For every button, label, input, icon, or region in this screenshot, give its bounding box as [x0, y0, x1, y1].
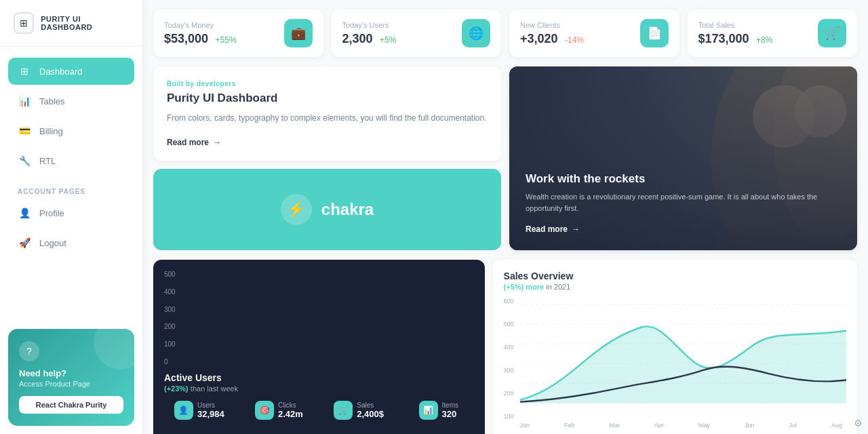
stat-icon-money: 💼 [284, 19, 313, 47]
billing-label: Billing [39, 126, 63, 136]
stat-value-clients: +3,020 [520, 32, 558, 45]
tables-icon: 📊 [18, 94, 31, 108]
promo-desc: From colors, cards, typography to comple… [167, 112, 488, 124]
rocket-title: Work with the rockets [526, 172, 841, 186]
rocket-content: Work with the rockets Wealth creation is… [526, 172, 841, 234]
gear-icon[interactable]: ⚙ [854, 418, 863, 429]
au-stat-label: Sales [357, 401, 384, 409]
sidebar-item-tables[interactable]: 📊 Tables [8, 87, 134, 115]
sales-subtitle: (+5%) more in 2021 [504, 283, 846, 291]
sales-highlight: (+5%) more [504, 283, 545, 291]
chakra-icon: ⚡ [281, 194, 312, 225]
stat-value-money: $53,000 [164, 32, 208, 45]
bottom-row: 500 400 300 200 100 0 Active Users (+23%… [153, 260, 857, 434]
au-stat-item: 👤 Users 32,984 [164, 401, 235, 426]
rocket-read-more[interactable]: Read more → [526, 224, 841, 234]
au-stat-item: 📊 Items 320 [403, 401, 474, 426]
sales-card: Sales Overview (+5%) more in 2021 600 50… [493, 260, 857, 434]
line-chart-svg [504, 298, 846, 416]
au-stat-value: 2.42m [278, 409, 303, 419]
au-stat-value: 320 [442, 409, 458, 419]
chakra-text: chakra [321, 200, 374, 219]
stat-change-money: +55% [216, 35, 237, 45]
active-users-title: Active Users [164, 372, 474, 383]
au-stat-label: Clicks [278, 401, 303, 409]
promo-title: Purity UI Dashboard [167, 92, 488, 105]
au-stat-item: 🎯 Clicks 2.42m [244, 401, 315, 426]
au-stat-label: Items [442, 401, 458, 409]
profile-icon: 👤 [18, 206, 31, 220]
read-more-link[interactable]: Read more → [167, 138, 488, 147]
sidebar-nav: ⊞ Dashboard 📊 Tables 💳 Billing 🔧 RTL ACC… [0, 47, 142, 321]
stat-change-sales: +8% [756, 35, 772, 45]
au-stat-label: Users [197, 401, 224, 409]
help-subtitle: Access Product Page [19, 380, 123, 388]
au-stat-value: 2,400$ [357, 409, 384, 419]
tables-label: Tables [39, 96, 65, 106]
profile-label: Profile [39, 208, 64, 218]
stat-icon-clients: 📄 [640, 19, 669, 47]
logout-icon: 🚀 [18, 236, 31, 250]
bar-chart-container: 500 400 300 200 100 0 [164, 271, 474, 366]
read-more-text: Read more [167, 138, 209, 147]
stat-card-clients: New Clients +3,020 -14% 📄 [509, 9, 679, 57]
stat-label-sales: Total Sales [698, 21, 773, 29]
sidebar-item-rtl[interactable]: 🔧 RTL [8, 147, 134, 174]
logo-icon: ⊞ [14, 12, 34, 34]
stat-change-users: +5% [380, 35, 396, 45]
sidebar-item-dashboard[interactable]: ⊞ Dashboard [8, 58, 134, 85]
stat-card-money: Today's Money $53,000 +55% 💼 [153, 9, 323, 57]
help-icon: ? [19, 341, 39, 361]
content-row: Built by developers Purity UI Dashboard … [153, 66, 857, 250]
help-card: ? Need help? Access Product Page React C… [8, 329, 134, 426]
arrow-right-icon: → [213, 138, 221, 147]
help-button[interactable]: React Chakra Purity [19, 396, 123, 414]
account-section-label: ACCOUNT PAGES [8, 180, 134, 199]
line-chart-y-labels: 600 500 400 300 200 100 [504, 298, 514, 420]
rocket-desc: Wealth creation is a revolutionary recen… [526, 191, 841, 214]
stat-icon-sales: 🛒 [818, 19, 846, 47]
rtl-label: RTL [39, 156, 56, 166]
au-stat-icon: 📊 [419, 401, 438, 420]
stat-value-sales: $173,000 [698, 32, 749, 45]
sidebar: ⊞ PURITY UI DASHBOARD ⊞ Dashboard 📊 Tabl… [0, 0, 142, 434]
rocket-arrow-icon: → [572, 224, 580, 234]
au-stat-item: 🛒 Sales 2,400$ [323, 401, 394, 426]
au-stat-icon: 🎯 [255, 401, 274, 420]
stat-card-users: Today's Users 2,300 +5% 🌐 [332, 9, 502, 57]
rtl-icon: 🔧 [18, 154, 31, 167]
bar-chart-y-labels: 500 400 300 200 100 0 [164, 271, 176, 366]
au-stat-icon: 🛒 [334, 401, 353, 420]
sidebar-logo: ⊞ PURITY UI DASHBOARD [0, 0, 142, 47]
chakra-banner: ⚡ chakra [153, 169, 501, 250]
active-users-card: 500 400 300 200 100 0 Active Users (+23%… [153, 260, 485, 434]
au-stat-icon: 👤 [174, 401, 193, 420]
promo-label: Built by developers [167, 80, 488, 87]
x-axis-labels: Jan Feb Mar Apr May Jun Jul Aug [504, 422, 846, 429]
sidebar-item-billing[interactable]: 💳 Billing [8, 117, 134, 144]
rocket-card: Work with the rockets Wealth creation is… [509, 66, 857, 250]
line-chart-container: 600 500 400 300 200 100 [504, 298, 846, 433]
left-col: Built by developers Purity UI Dashboard … [153, 66, 501, 250]
rocket-read-more-text: Read more [526, 224, 568, 234]
logout-label: Logout [39, 238, 66, 248]
logo-text: PURITY UI DASHBOARD [41, 15, 129, 31]
stat-label-users: Today's Users [342, 21, 397, 29]
stat-value-users: 2,300 [342, 32, 373, 45]
stat-icon-users: 🌐 [462, 19, 490, 47]
sidebar-item-logout[interactable]: 🚀 Logout [8, 229, 134, 256]
au-stat-value: 32,984 [197, 409, 224, 419]
sidebar-item-profile[interactable]: 👤 Profile [8, 199, 134, 226]
au-highlight: (+23%) [164, 384, 189, 393]
au-rest: than last week [191, 384, 238, 393]
dashboard-icon: ⊞ [18, 64, 31, 78]
stat-change-clients: -14% [565, 35, 584, 45]
stat-card-sales: Total Sales $173,000 +8% 🛒 [688, 9, 858, 57]
active-users-subtitle: (+23%) than last week [164, 384, 474, 393]
dashboard-label: Dashboard [39, 66, 83, 77]
sales-rest: in 2021 [546, 283, 570, 291]
au-stats: 👤 Users 32,984 🎯 Clicks 2.42m [164, 401, 474, 426]
main-content: Today's Money $53,000 +55% 💼 Today's Use… [142, 0, 868, 434]
help-title: Need help? [19, 368, 123, 378]
stat-label-clients: New Clients [520, 21, 584, 29]
